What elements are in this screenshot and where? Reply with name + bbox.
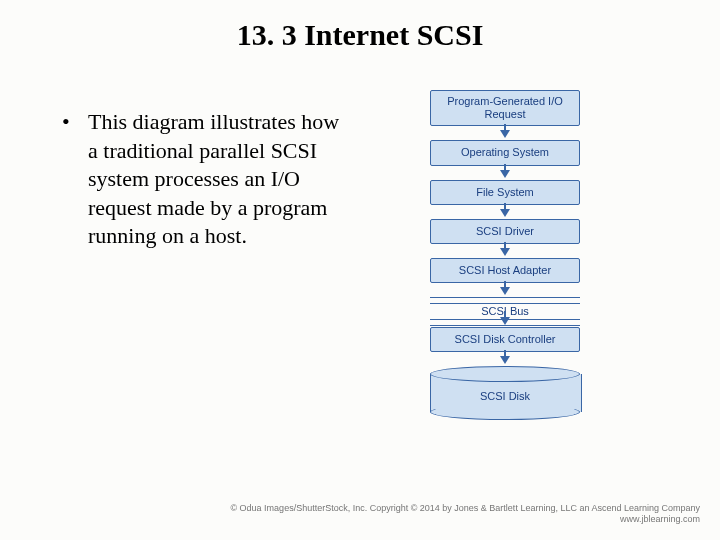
diagram-disk-cylinder: SCSI Disk [430,366,580,420]
bullet-item: This diagram illustrates how a tradition… [62,108,352,251]
diagram-box-file-system: File System [430,180,580,205]
body-text: This diagram illustrates how a tradition… [62,108,352,251]
arrow-down-icon [500,287,510,295]
arrow-down-icon [500,248,510,256]
diagram-box-disk-controller: SCSI Disk Controller [430,327,580,352]
scsi-diagram: Program-Generated I/O Request Operating … [410,90,600,420]
diagram-box-os: Operating System [430,140,580,165]
diagram-disk-label: SCSI Disk [430,390,580,402]
slide-title: 13. 3 Internet SCSI [0,18,720,52]
arrow-down-icon [500,209,510,217]
arrow-down-icon [500,130,510,138]
arrow-down-icon [500,356,510,364]
footer-copyright: © Odua Images/ShutterStock, Inc. Copyrig… [230,503,700,515]
diagram-box-host-adapter: SCSI Host Adapter [430,258,580,283]
diagram-box-io-request: Program-Generated I/O Request [430,90,580,126]
arrow-down-icon [500,170,510,178]
diagram-box-scsi-driver: SCSI Driver [430,219,580,244]
footer-url: www.jblearning.com [230,514,700,526]
footer: © Odua Images/ShutterStock, Inc. Copyrig… [230,503,700,526]
slide: 13. 3 Internet SCSI This diagram illustr… [0,0,720,540]
arrow-down-icon [500,317,510,325]
